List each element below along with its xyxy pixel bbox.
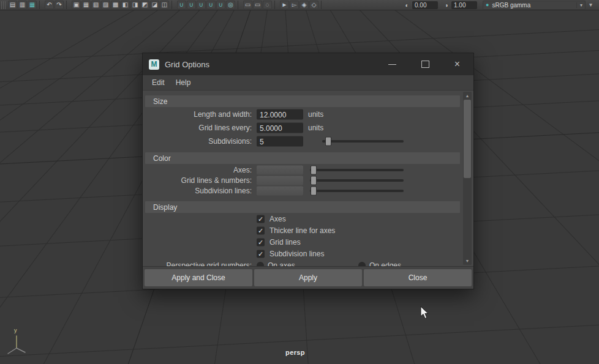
- output-of-selected-icon[interactable]: ▭: [253, 1, 262, 9]
- subdivision-lines-checkbox-label: Subdivision lines: [269, 250, 324, 258]
- units-label: units: [308, 124, 323, 132]
- minimize-button[interactable]: [388, 64, 396, 65]
- section-header-size[interactable]: Size: [145, 95, 460, 107]
- mask-surfaces-icon[interactable]: ◨: [130, 1, 140, 9]
- length-width-input[interactable]: [257, 110, 303, 120]
- gridlines-color-label: Grid lines & numbers:: [143, 176, 252, 185]
- render-current-frame-icon[interactable]: ▻: [290, 1, 299, 9]
- axes-color-row: Axes:: [143, 165, 460, 175]
- exposure-icon: ◐: [403, 2, 411, 9]
- toolbar-separator: [238, 1, 241, 9]
- grid-lines-checkbox-label: Grid lines: [269, 238, 301, 247]
- apply-button[interactable]: Apply: [254, 269, 362, 286]
- gamma-field-value[interactable]: 1.00: [451, 1, 477, 9]
- subdivision-lines-checkbox[interactable]: ✓: [257, 250, 265, 258]
- close-button[interactable]: Close: [364, 269, 472, 286]
- scrollbar-thumb[interactable]: [464, 100, 471, 178]
- mask-handles-icon[interactable]: ▨: [101, 1, 110, 9]
- maximize-button[interactable]: [421, 61, 429, 68]
- collapse-statusline-icon[interactable]: ▾: [586, 1, 595, 9]
- scrollbar-down-arrow-icon[interactable]: ▼: [463, 258, 472, 264]
- thicker-line-checkbox[interactable]: ✓: [257, 227, 265, 235]
- slider-handle[interactable]: [311, 187, 316, 195]
- grid-lines-every-input[interactable]: [257, 123, 303, 133]
- dialog-button-bar: Apply and Close Apply Close: [143, 266, 473, 289]
- maya-app-icon: M: [149, 59, 159, 70]
- snap-to-grids-icon[interactable]: ∪: [177, 1, 186, 9]
- menu-help[interactable]: Help: [170, 77, 197, 88]
- axes-color-slider[interactable]: [310, 169, 404, 171]
- grid-numbers-on-axes-radio[interactable]: [257, 262, 264, 266]
- toolbar-separator: [321, 1, 324, 9]
- color-management-icon: ●: [486, 2, 489, 8]
- scrollbar-up-arrow-icon[interactable]: ▲: [463, 92, 472, 99]
- snap-to-points-icon[interactable]: ∪: [197, 1, 206, 9]
- select-object-icon[interactable]: ▦: [81, 1, 91, 9]
- axes-color-label: Axes:: [143, 166, 252, 174]
- statusline-grip[interactable]: [1, 1, 6, 9]
- camera-name-label: persp: [285, 349, 305, 356]
- make-live-icon[interactable]: ◎: [226, 1, 235, 9]
- dialog-content: Size Length and width: units Grid lines …: [143, 91, 473, 266]
- input-to-selected-icon[interactable]: ▭: [243, 1, 252, 9]
- units-label: units: [308, 110, 323, 119]
- grid-lines-every-label: Grid lines every:: [143, 124, 252, 132]
- axes-color-swatch[interactable]: [257, 165, 303, 174]
- construction-history-icon[interactable]: ◌: [263, 1, 272, 9]
- subdivisions-label: Subdivisions:: [143, 137, 252, 146]
- close-window-button[interactable]: ×: [454, 60, 460, 69]
- view-transform-select[interactable]: ●sRGB gamma▾: [483, 1, 586, 10]
- gamma-field[interactable]: ◑1.00: [442, 1, 477, 9]
- render-settings-icon[interactable]: ◇: [309, 1, 318, 9]
- open-render-view-icon[interactable]: ►: [280, 1, 289, 9]
- dialog-titlebar[interactable]: M Grid Options ×: [143, 53, 473, 75]
- grid-options-dialog: M Grid Options × Edit Help Size Length a…: [142, 53, 474, 289]
- toolbar-separator: [66, 1, 69, 9]
- section-header-color[interactable]: Color: [145, 152, 460, 164]
- ipr-render-icon[interactable]: ◈: [300, 1, 309, 9]
- grid-lines-checkbox[interactable]: ✓: [257, 239, 265, 247]
- snap-to-projected-center-icon[interactable]: ∪: [206, 1, 216, 9]
- length-width-row: Length and width: units: [143, 108, 460, 121]
- slider-handle[interactable]: [311, 166, 316, 174]
- grid-lines-every-row: Grid lines every: units: [143, 121, 460, 135]
- subdivisions-input[interactable]: [257, 136, 303, 147]
- axes-checkbox[interactable]: ✓: [257, 215, 265, 223]
- mask-dynamics-icon[interactable]: ◪: [150, 1, 159, 9]
- subdivisions-row: Subdivisions:: [143, 135, 460, 148]
- section-header-display[interactable]: Display: [145, 201, 460, 213]
- subdivision-color-slider[interactable]: [310, 190, 404, 192]
- gridlines-color-slider[interactable]: [310, 179, 404, 182]
- vertical-scrollbar[interactable]: ▲ ▼: [463, 92, 472, 265]
- select-component-icon[interactable]: ▧: [91, 1, 100, 9]
- slider-handle[interactable]: [326, 138, 331, 146]
- mask-curves-icon[interactable]: ◧: [121, 1, 130, 9]
- thicker-line-checkbox-label: Thicker line for axes: [269, 226, 335, 235]
- save-scene-icon[interactable]: ▦: [28, 1, 37, 9]
- gridlines-color-swatch[interactable]: [257, 176, 303, 185]
- slider-handle[interactable]: [311, 176, 316, 184]
- toolbar-separator: [171, 1, 175, 9]
- mask-rendering-icon[interactable]: ◫: [160, 1, 169, 9]
- subdivisions-slider[interactable]: [322, 140, 404, 143]
- undo-icon[interactable]: ↶: [45, 1, 54, 9]
- snap-to-view-planes-icon[interactable]: ∪: [216, 1, 225, 9]
- exposure-field-value[interactable]: 0.00: [412, 1, 438, 9]
- grid-numbers-on-edges-radio[interactable]: [358, 262, 366, 266]
- open-scene-icon[interactable]: ▥: [18, 1, 27, 9]
- axes-checkbox-row: ✓ Axes: [143, 214, 460, 224]
- apply-and-close-button[interactable]: Apply and Close: [145, 269, 252, 286]
- grid-lines-checkbox-row: ✓ Grid lines: [143, 237, 460, 247]
- menu-edit[interactable]: Edit: [146, 77, 170, 88]
- mask-deformations-icon[interactable]: ◩: [140, 1, 149, 9]
- thicker-line-checkbox-row: ✓ Thicker line for axes: [143, 226, 460, 236]
- subdivision-color-swatch[interactable]: [257, 186, 303, 195]
- select-hierarchy-icon[interactable]: ▣: [72, 1, 81, 9]
- subdivision-color-label: Subdivision lines:: [143, 187, 252, 195]
- subdivision-lines-checkbox-row: ✓ Subdivision lines: [143, 249, 460, 259]
- mask-joints-icon[interactable]: ▩: [111, 1, 120, 9]
- snap-to-curves-icon[interactable]: ∪: [187, 1, 196, 9]
- exposure-field[interactable]: ◐0.00: [403, 1, 438, 9]
- new-scene-icon[interactable]: ▤: [8, 1, 17, 9]
- redo-icon[interactable]: ↷: [55, 1, 64, 9]
